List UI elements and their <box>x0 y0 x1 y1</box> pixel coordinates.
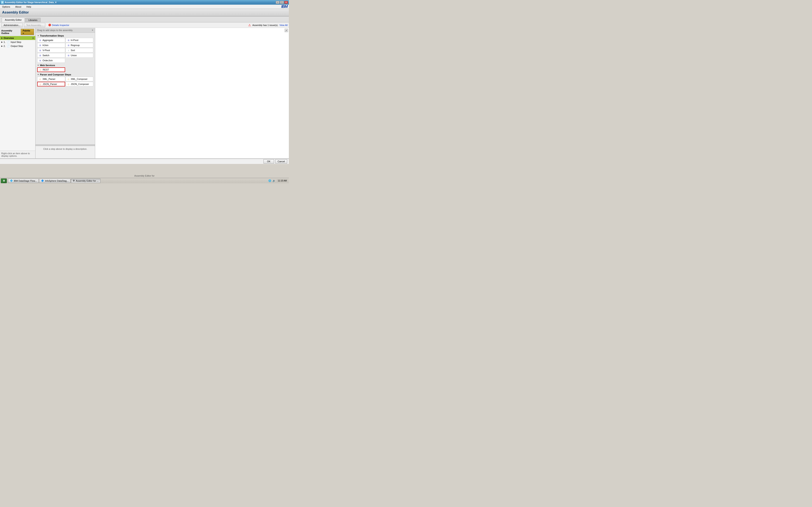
palette-item-hjoin[interactable]: ⊞ HJoin <box>37 43 65 48</box>
tab-assembly-editor[interactable]: Assembly Editor <box>2 17 25 22</box>
parser-composer-grid: ◇ XML_Parser ◇ XML_Composer ◇ JSON_Parse… <box>36 76 94 87</box>
palette-description: Click a step above to display a descript… <box>36 146 95 158</box>
union-icon: ⊞ <box>67 54 70 57</box>
palette-item-union[interactable]: ⊞ Union <box>65 53 94 58</box>
aggregate-label: Aggregate <box>43 39 53 41</box>
palette-content: ▼ Transformation Steps ⊞ Aggregate ⊞ H-P… <box>36 33 95 145</box>
palette-item-sort[interactable]: ↕ Sort <box>65 48 94 53</box>
palette-button[interactable]: Palette » <box>21 29 34 35</box>
palette-btn-label: Palette » <box>22 30 32 35</box>
union-label: Union <box>71 54 77 57</box>
issue-text: Assembly has 1 issue(s). <box>252 24 278 26</box>
details-inspector-label: Details Inspector <box>52 24 69 26</box>
regroup-icon: ⊞ <box>67 44 70 47</box>
web-services-grid: ◇ REST <box>36 67 94 72</box>
menu-help[interactable]: Help <box>26 5 32 8</box>
tab-libraries[interactable]: Libraries <box>25 18 40 22</box>
test-assembly-button[interactable]: Test Assembly... <box>24 23 45 27</box>
rest-icon: ◇ <box>39 68 42 71</box>
details-inspector-link[interactable]: 🔴 Details Inspector <box>48 24 69 26</box>
infosphere-icon: 🔷 <box>41 179 44 182</box>
xml-parser-icon: ◇ <box>39 77 42 80</box>
output-step-label: Output Step <box>11 45 23 47</box>
assembly-editor-taskbar-icon: ⚙ <box>73 179 75 182</box>
sort-label: Sort <box>71 49 75 52</box>
palette-panel: Drag to add steps to the assembly. × ▼ T… <box>36 28 95 158</box>
tree-item-output-step[interactable]: ▶ 2. 📄 Output Step <box>0 44 35 48</box>
datastage-flow-icon: 💠 <box>10 179 13 182</box>
palette-item-orderjoin[interactable]: ⊞ OrderJoin <box>37 58 65 63</box>
overview-arrow: ▶ <box>1 37 3 39</box>
switch-label: Switch <box>43 54 49 57</box>
canvas-area: ⤢ <box>95 28 289 158</box>
input-step-number: 1. <box>4 41 5 43</box>
ibm-logo: IBM <box>281 4 288 9</box>
hjoin-icon: ⊞ <box>39 44 42 47</box>
cancel-button[interactable]: Cancel <box>275 159 287 164</box>
palette-item-json-composer[interactable]: ◇ JSON_Composer <box>65 82 94 87</box>
parser-composer-arrow: ▼ <box>37 73 39 76</box>
palette-item-xml-composer[interactable]: ◇ XML_Composer <box>65 77 94 81</box>
palette-item-hpivot[interactable]: ⊞ H-Pivot <box>65 38 94 43</box>
tabs-row: Assembly Editor Libraries <box>0 16 289 22</box>
datastage-flow-label: IBM DataStage Flow... <box>14 180 37 182</box>
json-parser-icon: ◇ <box>39 82 42 86</box>
menu-about[interactable]: About <box>14 5 22 8</box>
taskbar-app-assembly-editor[interactable]: ⚙ Assembly Editor for ... <box>71 179 100 183</box>
taskbar-app-datastage-flow[interactable]: 💠 IBM DataStage Flow... <box>8 179 39 183</box>
palette-item-vpivot[interactable]: ⊞ V-Pivot <box>37 48 65 53</box>
xml-parser-label: XML_Parser <box>43 78 55 80</box>
output-step-number: 2. <box>4 45 5 47</box>
details-inspector-icon: 🔴 <box>48 24 51 26</box>
bottom-status-bar: OK Cancel <box>0 158 289 164</box>
palette-item-rest[interactable]: ◇ REST <box>37 67 65 72</box>
volume-icon: 🔊 <box>272 179 276 182</box>
menu-options[interactable]: Options <box>1 5 11 8</box>
close-button[interactable]: ✕ <box>284 1 288 4</box>
tree-item-input-step[interactable]: ▶ 1. 📄 Input Step <box>0 40 35 44</box>
json-parser-label: JSON_Parser <box>43 83 57 86</box>
transformation-steps-header[interactable]: ▼ Transformation Steps <box>36 34 94 38</box>
taskbar-app-infosphere[interactable]: 🔷 InfoSphere DataStag... <box>39 179 70 183</box>
tree-item-overview[interactable]: ▶ Overview ▶ <box>0 36 35 40</box>
right-click-hint: Right-click an item above to display opt… <box>0 151 35 158</box>
palette-item-aggregate[interactable]: ⊞ Aggregate <box>37 38 65 43</box>
regroup-label: Regroup <box>71 44 80 47</box>
system-clock: 11:15 AM <box>276 179 288 182</box>
window-title: Assembly Editor for Stage hierarchical_D… <box>5 1 56 4</box>
web-services-label: Web Services <box>40 64 55 66</box>
xml-composer-label: XML_Composer <box>71 78 88 80</box>
web-services-header[interactable]: ▼ Web Services <box>36 63 94 67</box>
view-all-link[interactable]: View All <box>280 24 288 26</box>
parser-composer-header[interactable]: ▼ Parser and Composer Steps <box>36 72 94 76</box>
canvas-expand-button[interactable]: ⤢ <box>285 29 288 32</box>
maximize-button[interactable]: □ <box>280 1 284 4</box>
palette-item-json-parser[interactable]: ◇ JSON_Parser <box>37 82 65 87</box>
taskbar-start-button[interactable]: ⊞ <box>1 178 7 183</box>
input-step-icon: 📄 <box>7 41 10 43</box>
rest-label: REST <box>43 68 49 71</box>
palette-item-switch[interactable]: ⊞ Switch <box>37 53 65 58</box>
overview-label: Overview <box>4 37 14 39</box>
palette-item-regroup[interactable]: ⊞ Regroup <box>65 43 94 48</box>
title-bar: ⚙ Assembly Editor for Stage hierarchical… <box>0 0 289 5</box>
xml-composer-icon: ◇ <box>67 77 70 80</box>
json-composer-label: JSON_Composer <box>71 83 89 86</box>
palette-close-button[interactable]: × <box>92 29 93 32</box>
output-step-arrow: ▶ <box>1 45 3 47</box>
assembly-footer-text: Assembly Editor for <box>0 174 289 177</box>
orderjoin-icon: ⊞ <box>39 59 42 62</box>
vpivot-icon: ⊞ <box>39 49 42 52</box>
hpivot-label: H-Pivot <box>71 39 79 41</box>
minimize-button[interactable]: ─ <box>276 1 280 4</box>
palette-item-xml-parser[interactable]: ◇ XML_Parser <box>37 77 65 81</box>
assembly-outline-label: Assembly Outline <box>1 30 21 35</box>
administration-button[interactable]: Administration... <box>1 23 22 27</box>
vpivot-label: V-Pivot <box>43 49 50 52</box>
left-panel: Assembly Outline Palette » ▶ Overview ▶ … <box>0 28 36 158</box>
switch-icon: ⊞ <box>39 54 42 57</box>
transformation-steps-label: Transformation Steps <box>40 35 64 37</box>
ok-button[interactable]: OK <box>263 159 274 164</box>
json-composer-icon: ◇ <box>67 82 70 86</box>
assembly-editor-taskbar-label: Assembly Editor for ... <box>76 180 99 182</box>
